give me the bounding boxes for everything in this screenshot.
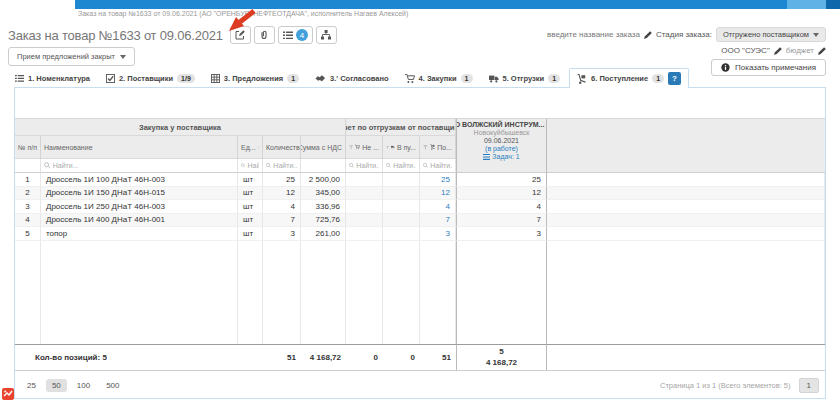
tasks-list-button[interactable]: 4 bbox=[278, 26, 313, 44]
search-input-qty[interactable] bbox=[273, 162, 297, 169]
filter-funnel-icon[interactable] bbox=[423, 144, 428, 151]
footer-received-total: 51 bbox=[420, 344, 456, 371]
hierarchy-button[interactable] bbox=[316, 26, 337, 44]
supplier-status-link[interactable]: (в работе) bbox=[485, 145, 518, 152]
page-1-button[interactable]: 1 bbox=[799, 378, 819, 393]
page-size-50[interactable]: 50 bbox=[46, 379, 67, 392]
empty-area bbox=[15, 241, 41, 345]
column-header-received[interactable]: По... bbox=[420, 136, 456, 159]
group-header-purchase: Закупка у поставщика bbox=[15, 119, 346, 136]
corner-app-icon[interactable] bbox=[2, 388, 14, 400]
row-not-shipped bbox=[346, 173, 383, 187]
footer-supplier-sum: 4 168,72 bbox=[486, 358, 517, 368]
tab-suppliers[interactable]: 2. Поставщики 1/9 bbox=[99, 68, 202, 88]
top-strip-light-segment bbox=[787, 0, 826, 9]
row-supplier-qty: 3 bbox=[456, 227, 547, 241]
column-header-num[interactable]: № п/п bbox=[15, 136, 41, 159]
row-received-link[interactable]: 12 bbox=[420, 187, 456, 201]
pencil-icon[interactable] bbox=[774, 47, 782, 55]
receipt-panel: Закупка у поставщика Отчет по отгрузкам … bbox=[14, 87, 826, 399]
row-received-link[interactable]: 3 bbox=[420, 227, 456, 241]
column-header-in-transit[interactable]: В пу... bbox=[383, 136, 420, 159]
empty-area bbox=[346, 241, 383, 345]
row-qty: 4 bbox=[263, 200, 301, 214]
tab-label: 4. Закупки bbox=[419, 74, 457, 83]
row-received-link[interactable]: 7 bbox=[420, 214, 456, 228]
row-num: 2 bbox=[15, 187, 41, 201]
filter-funnel-icon[interactable] bbox=[386, 144, 389, 151]
row-received-link[interactable]: 25 bbox=[420, 173, 456, 187]
supplier-tasks-link[interactable]: Задач: 1 bbox=[483, 153, 519, 160]
tab-badge: 1 bbox=[287, 74, 299, 83]
tab-purchases[interactable]: 4. Закупки 1 bbox=[398, 68, 480, 88]
tab-proposals[interactable]: 3. Предложения 1 bbox=[204, 68, 306, 88]
column-header-name[interactable]: Наименование bbox=[41, 136, 238, 159]
page-size-25[interactable]: 25 bbox=[21, 379, 42, 392]
page-size-500[interactable]: 500 bbox=[100, 379, 125, 392]
column-header-label: По... bbox=[437, 144, 452, 151]
filter-funnel-icon[interactable] bbox=[349, 144, 353, 151]
row-name: Дроссель 1И 250 ДНаТ 46Н-003 bbox=[41, 200, 238, 214]
row-filler bbox=[547, 200, 825, 214]
row-supplier-qty: 7 bbox=[456, 214, 547, 228]
column-header-unit[interactable]: Ед... bbox=[238, 136, 263, 159]
footer-sum-total: 4 168,72 bbox=[301, 344, 346, 371]
proposals-closed-button[interactable]: Прием предложений закрыт bbox=[8, 47, 135, 66]
tab-nomenclature[interactable]: 1. Номенклатура bbox=[8, 68, 97, 88]
stage-dropdown[interactable]: Отгружено поставщиком bbox=[716, 27, 826, 42]
column-header-sum[interactable]: Сумма с НДС bbox=[301, 136, 346, 159]
organization-name[interactable]: ООО "СУЭС" bbox=[721, 46, 770, 55]
search-icon bbox=[349, 162, 354, 169]
pencil-icon[interactable] bbox=[818, 47, 826, 55]
budget-link[interactable]: бюджет bbox=[786, 46, 814, 55]
truck-icon bbox=[391, 143, 395, 151]
tab-shipments[interactable]: 5. Отгрузки 1 bbox=[482, 68, 568, 88]
row-unit: шт bbox=[238, 173, 263, 187]
footer-in-transit-total: 0 bbox=[383, 344, 420, 371]
footer-not-shipped-total: 0 bbox=[346, 344, 383, 371]
footer-supplier-count: 5 bbox=[499, 347, 503, 357]
row-filler bbox=[547, 173, 825, 187]
row-in-transit bbox=[383, 187, 420, 201]
search-input-not-shipped[interactable] bbox=[356, 162, 379, 169]
row-not-shipped bbox=[346, 227, 383, 241]
column-header-qty[interactable]: Количество bbox=[263, 136, 301, 159]
caret-down-icon bbox=[813, 33, 819, 37]
order-name-placeholder[interactable]: введите название заказа bbox=[547, 30, 640, 39]
supplier-date: 09.06.2021 bbox=[484, 137, 519, 144]
empty-area bbox=[456, 241, 547, 345]
search-input-name[interactable] bbox=[53, 162, 234, 169]
cart-icon bbox=[405, 74, 415, 83]
pagination-info: Страница 1 из 1 (Всего элементов: 5) bbox=[660, 381, 791, 390]
empty-area bbox=[420, 241, 456, 345]
cart-icon bbox=[355, 143, 360, 151]
row-in-transit bbox=[383, 200, 420, 214]
order-page: { "topbar": { "breadcrumb": "Заказ на то… bbox=[0, 0, 840, 406]
tab-receipt[interactable]: 6. Поступление 1 ? bbox=[569, 68, 689, 88]
paperclip-icon bbox=[259, 30, 269, 40]
help-button[interactable]: ? bbox=[668, 72, 681, 85]
search-input-unit[interactable] bbox=[247, 162, 259, 169]
search-input-received[interactable] bbox=[430, 162, 452, 169]
row-supplier-qty: 25 bbox=[456, 173, 547, 187]
title-row: Заказ на товар №1633 от 09.06.2021 4 bbox=[8, 26, 337, 44]
caret-down-icon bbox=[120, 55, 126, 59]
column-header-not-shipped[interactable]: Не ... bbox=[346, 136, 383, 159]
pagination-bar: 25 50 100 500 Страница 1 из 1 (Всего эле… bbox=[15, 372, 825, 398]
column-header-label: Ед... bbox=[241, 144, 256, 151]
page-size-100[interactable]: 100 bbox=[71, 379, 96, 392]
tab-label: 3.' Согласовано bbox=[330, 74, 389, 83]
supplier-column-header[interactable]: ПО ВОЛЖСКИЙ ИНСТРУМ... Новокуйбышевск 09… bbox=[456, 119, 547, 173]
row-in-transit bbox=[383, 214, 420, 228]
pencil-icon[interactable] bbox=[644, 31, 652, 39]
supplier-name: ПО ВОЛЖСКИЙ ИНСТРУМ... bbox=[456, 121, 544, 128]
search-input-in-transit[interactable] bbox=[393, 162, 416, 169]
group-header-shipment-report: Отчет по отгрузкам от поставщиков bbox=[346, 119, 456, 136]
row-not-shipped bbox=[346, 200, 383, 214]
filter-funnel-icon[interactable] bbox=[258, 144, 259, 151]
tab-approved[interactable]: 3.' Согласовано bbox=[308, 68, 396, 88]
row-received-link[interactable]: 4 bbox=[420, 200, 456, 214]
order-tabs: 1. Номенклатура 2. Поставщики 1/9 3. Пре… bbox=[8, 68, 832, 88]
row-num: 3 bbox=[15, 200, 41, 214]
column-header-label: Не ... bbox=[362, 144, 379, 151]
